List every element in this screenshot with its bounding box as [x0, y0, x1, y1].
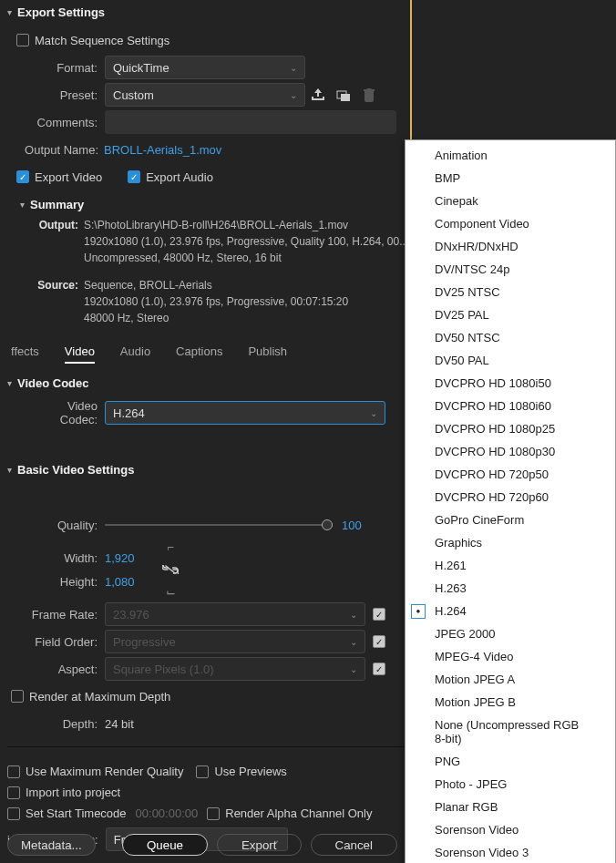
- codec-option[interactable]: DVCPRO HD 720p50: [406, 463, 615, 486]
- summary-output-label: Output:: [29, 217, 78, 266]
- codec-option[interactable]: Cinepak: [406, 190, 615, 212]
- chevron-down-icon: ⌄: [350, 664, 357, 674]
- codec-option[interactable]: DV/NTSC 24p: [406, 258, 615, 281]
- summary-source-line3: 48000 Hz, Stereo: [84, 310, 412, 326]
- codec-option[interactable]: Motion JPEG A: [406, 668, 615, 691]
- codec-option[interactable]: DNxHR/DNxHD: [406, 235, 615, 258]
- video-codec-title: Video Codec: [17, 376, 89, 390]
- tab-captions[interactable]: Captions: [176, 344, 222, 364]
- export-video-checkbox[interactable]: ✓: [16, 170, 29, 183]
- codec-option[interactable]: Planar RGB: [406, 796, 615, 818]
- codec-option[interactable]: DV50 NTSC: [406, 326, 615, 349]
- frame-rate-match-checkbox[interactable]: ✓: [373, 608, 385, 621]
- preset-dropdown[interactable]: Custom ⌄: [105, 83, 305, 107]
- codec-option[interactable]: H.263: [406, 577, 615, 600]
- tab-video[interactable]: Video: [65, 344, 95, 364]
- codec-option[interactable]: MPEG-4 Video: [406, 645, 615, 668]
- match-sequence-checkbox[interactable]: [16, 34, 29, 46]
- aspect-label: Aspect:: [29, 663, 98, 676]
- codec-option[interactable]: JPEG 2000: [406, 622, 615, 645]
- codec-option[interactable]: BMP: [406, 167, 615, 190]
- codec-option[interactable]: H.261: [406, 554, 615, 577]
- comments-label: Comments:: [29, 116, 98, 129]
- import-project-checkbox[interactable]: [7, 786, 20, 799]
- height-label: Height:: [29, 575, 98, 589]
- codec-option[interactable]: Component Video: [406, 212, 615, 235]
- comments-input[interactable]: [105, 110, 396, 134]
- slider-thumb[interactable]: [322, 519, 333, 530]
- cancel-button[interactable]: Cancel: [311, 834, 398, 856]
- codec-option[interactable]: Photo - JPEG: [406, 773, 615, 796]
- metadata-button[interactable]: Metadata...: [7, 834, 96, 856]
- summary-source-line1: Sequence, BROLL-Aerials: [84, 277, 412, 293]
- codec-dropdown-popup: AnimationBMPCinepakComponent VideoDNxHR/…: [405, 139, 616, 863]
- chevron-down-icon: ⌄: [290, 63, 297, 73]
- chevron-down-icon: ⌄: [370, 408, 377, 418]
- link-icon[interactable]: [159, 554, 181, 585]
- format-dropdown[interactable]: QuickTime ⌄: [105, 56, 305, 79]
- codec-option[interactable]: DVCPRO HD 720p60: [406, 486, 615, 509]
- field-order-label: Field Order:: [29, 635, 98, 649]
- tab-effects[interactable]: ffects: [11, 344, 39, 364]
- tab-audio[interactable]: Audio: [120, 344, 150, 364]
- video-codec-label: Video Codec:: [29, 399, 98, 426]
- summary-source-line2: 1920x1080 (1.0), 23.976 fps, Progressive…: [84, 293, 412, 310]
- frame-rate-label: Frame Rate:: [29, 608, 98, 622]
- codec-option[interactable]: PNG: [406, 750, 615, 773]
- video-codec-dropdown[interactable]: H.264 ⌄: [105, 401, 385, 425]
- output-name-label: Output Name:: [16, 143, 98, 157]
- codec-option[interactable]: Animation: [406, 144, 615, 167]
- codec-option[interactable]: DV50 PAL: [406, 349, 615, 372]
- render-alpha-checkbox[interactable]: [207, 807, 220, 820]
- preset-label: Preset:: [29, 88, 98, 102]
- max-quality-checkbox[interactable]: [7, 765, 20, 778]
- codec-option[interactable]: DV25 PAL: [406, 303, 615, 326]
- width-value[interactable]: 1,920: [105, 551, 150, 565]
- export-settings-header[interactable]: ▾ Export Settings: [7, 0, 609, 25]
- output-name-link[interactable]: BROLL-Aerials_1.mov: [104, 143, 221, 157]
- summary-title: Summary: [30, 198, 84, 211]
- codec-option[interactable]: Sorenson Video: [406, 818, 615, 841]
- import-preset-icon[interactable]: [334, 85, 354, 105]
- export-audio-label: Export Audio: [146, 170, 213, 184]
- start-timecode-value: 00:00:00:00: [136, 806, 199, 820]
- codec-option[interactable]: ●H.264: [406, 600, 615, 622]
- export-button[interactable]: Export: [217, 834, 302, 856]
- depth-label: Depth:: [29, 717, 98, 731]
- save-preset-icon[interactable]: [308, 85, 328, 105]
- svg-rect-1: [341, 94, 350, 101]
- codec-option[interactable]: Graphics: [406, 531, 615, 554]
- codec-option[interactable]: DVCPRO HD 1080i60: [406, 395, 615, 417]
- use-previews-label: Use Previews: [214, 765, 286, 778]
- codec-option[interactable]: GoPro CineForm: [406, 509, 615, 531]
- depth-value: 24 bit: [105, 717, 134, 731]
- tab-publish[interactable]: Publish: [248, 344, 287, 364]
- codec-option[interactable]: Motion JPEG B: [406, 691, 615, 714]
- start-timecode-checkbox[interactable]: [7, 807, 20, 820]
- format-label: Format:: [29, 61, 98, 75]
- max-quality-label: Use Maximum Render Quality: [26, 765, 183, 778]
- field-order-match-checkbox[interactable]: ✓: [373, 635, 385, 648]
- codec-option[interactable]: DV25 NTSC: [406, 281, 615, 303]
- quality-slider[interactable]: [105, 524, 333, 526]
- height-value[interactable]: 1,080: [105, 575, 150, 589]
- chevron-down-icon: ▾: [7, 7, 12, 17]
- summary-source-label: Source:: [29, 277, 78, 326]
- chevron-down-icon: ▾: [7, 465, 12, 475]
- aspect-match-checkbox[interactable]: ✓: [373, 663, 385, 675]
- render-alpha-label: Render Alpha Channel Only: [225, 806, 372, 820]
- summary-output-line3: Uncompressed, 48000 Hz, Stereo, 16 bit: [84, 250, 412, 266]
- codec-option[interactable]: DVCPRO HD 1080i50: [406, 372, 615, 395]
- export-audio-checkbox[interactable]: ✓: [128, 170, 140, 183]
- codec-option[interactable]: None (Uncompressed RGB 8-bit): [406, 714, 615, 750]
- queue-button[interactable]: Queue: [122, 834, 208, 856]
- quality-value[interactable]: 100: [342, 519, 362, 532]
- use-previews-checkbox[interactable]: [196, 765, 209, 778]
- chevron-down-icon: ⌄: [290, 90, 297, 100]
- render-max-depth-checkbox[interactable]: [11, 690, 24, 703]
- summary-output-line2: 1920x1080 (1.0), 23.976 fps, Progressive…: [84, 233, 412, 250]
- codec-option[interactable]: DVCPRO HD 1080p30: [406, 440, 615, 463]
- codec-option[interactable]: DVCPRO HD 1080p25: [406, 417, 615, 440]
- codec-option[interactable]: Sorenson Video 3: [406, 841, 615, 863]
- basic-video-title: Basic Video Settings: [17, 463, 134, 477]
